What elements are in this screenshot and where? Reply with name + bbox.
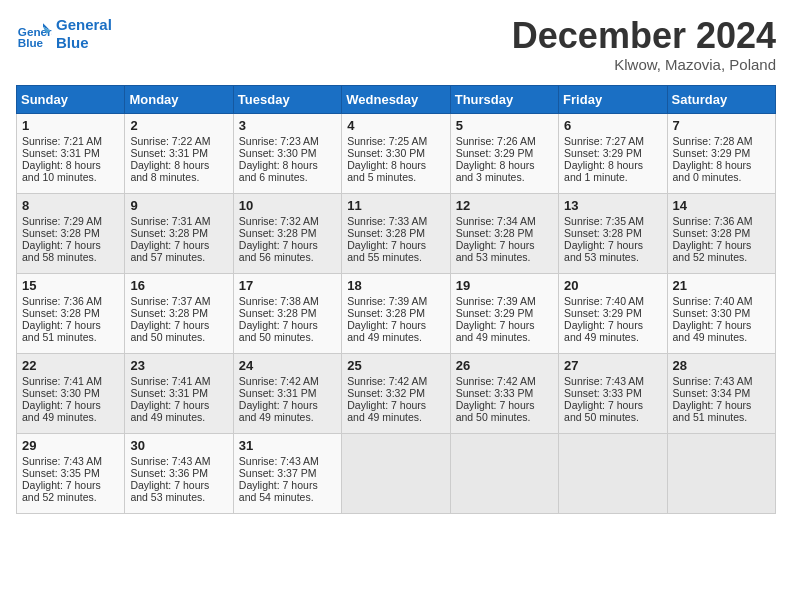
daylight: Daylight: 7 hours and 50 minutes. <box>130 319 209 343</box>
daylight: Daylight: 7 hours and 49 minutes. <box>673 319 752 343</box>
sunset: Sunset: 3:30 PM <box>673 307 751 319</box>
table-row <box>450 433 558 513</box>
day-number: 18 <box>347 278 444 293</box>
day-number: 25 <box>347 358 444 373</box>
page-header: General Blue GeneralBlue December 2024 K… <box>16 16 776 73</box>
sunset: Sunset: 3:35 PM <box>22 467 100 479</box>
sunset: Sunset: 3:28 PM <box>347 307 425 319</box>
sunrise: Sunrise: 7:28 AM <box>673 135 753 147</box>
col-tuesday: Tuesday <box>233 85 341 113</box>
table-row: 24Sunrise: 7:42 AMSunset: 3:31 PMDayligh… <box>233 353 341 433</box>
day-number: 21 <box>673 278 770 293</box>
table-row: 16Sunrise: 7:37 AMSunset: 3:28 PMDayligh… <box>125 273 233 353</box>
col-sunday: Sunday <box>17 85 125 113</box>
col-wednesday: Wednesday <box>342 85 450 113</box>
daylight: Daylight: 7 hours and 53 minutes. <box>130 479 209 503</box>
sunrise: Sunrise: 7:42 AM <box>347 375 427 387</box>
table-row: 13Sunrise: 7:35 AMSunset: 3:28 PMDayligh… <box>559 193 667 273</box>
day-number: 26 <box>456 358 553 373</box>
day-number: 5 <box>456 118 553 133</box>
sunset: Sunset: 3:33 PM <box>456 387 534 399</box>
sunrise: Sunrise: 7:38 AM <box>239 295 319 307</box>
title-block: December 2024 Klwow, Mazovia, Poland <box>512 16 776 73</box>
daylight: Daylight: 7 hours and 52 minutes. <box>673 239 752 263</box>
day-number: 28 <box>673 358 770 373</box>
day-number: 31 <box>239 438 336 453</box>
sunrise: Sunrise: 7:25 AM <box>347 135 427 147</box>
sunrise: Sunrise: 7:43 AM <box>564 375 644 387</box>
table-row: 9Sunrise: 7:31 AMSunset: 3:28 PMDaylight… <box>125 193 233 273</box>
sunrise: Sunrise: 7:34 AM <box>456 215 536 227</box>
day-number: 10 <box>239 198 336 213</box>
daylight: Daylight: 8 hours and 8 minutes. <box>130 159 209 183</box>
sunset: Sunset: 3:28 PM <box>130 307 208 319</box>
sunset: Sunset: 3:28 PM <box>564 227 642 239</box>
daylight: Daylight: 8 hours and 5 minutes. <box>347 159 426 183</box>
day-number: 27 <box>564 358 661 373</box>
sunset: Sunset: 3:28 PM <box>456 227 534 239</box>
table-row: 6Sunrise: 7:27 AMSunset: 3:29 PMDaylight… <box>559 113 667 193</box>
calendar-row: 15Sunrise: 7:36 AMSunset: 3:28 PMDayligh… <box>17 273 776 353</box>
svg-text:Blue: Blue <box>18 36 44 49</box>
table-row: 31Sunrise: 7:43 AMSunset: 3:37 PMDayligh… <box>233 433 341 513</box>
daylight: Daylight: 7 hours and 57 minutes. <box>130 239 209 263</box>
sunset: Sunset: 3:28 PM <box>239 227 317 239</box>
daylight: Daylight: 7 hours and 49 minutes. <box>130 399 209 423</box>
calendar-row: 1Sunrise: 7:21 AMSunset: 3:31 PMDaylight… <box>17 113 776 193</box>
sunset: Sunset: 3:29 PM <box>456 147 534 159</box>
daylight: Daylight: 7 hours and 50 minutes. <box>239 319 318 343</box>
calendar-body: 1Sunrise: 7:21 AMSunset: 3:31 PMDaylight… <box>17 113 776 513</box>
sunset: Sunset: 3:28 PM <box>22 307 100 319</box>
table-row: 22Sunrise: 7:41 AMSunset: 3:30 PMDayligh… <box>17 353 125 433</box>
table-row: 30Sunrise: 7:43 AMSunset: 3:36 PMDayligh… <box>125 433 233 513</box>
day-number: 13 <box>564 198 661 213</box>
daylight: Daylight: 8 hours and 0 minutes. <box>673 159 752 183</box>
sunrise: Sunrise: 7:41 AM <box>22 375 102 387</box>
day-number: 9 <box>130 198 227 213</box>
sunset: Sunset: 3:30 PM <box>239 147 317 159</box>
table-row: 19Sunrise: 7:39 AMSunset: 3:29 PMDayligh… <box>450 273 558 353</box>
table-row: 2Sunrise: 7:22 AMSunset: 3:31 PMDaylight… <box>125 113 233 193</box>
day-number: 3 <box>239 118 336 133</box>
sunrise: Sunrise: 7:36 AM <box>673 215 753 227</box>
day-number: 2 <box>130 118 227 133</box>
sunset: Sunset: 3:31 PM <box>22 147 100 159</box>
sunrise: Sunrise: 7:29 AM <box>22 215 102 227</box>
sunrise: Sunrise: 7:26 AM <box>456 135 536 147</box>
daylight: Daylight: 7 hours and 55 minutes. <box>347 239 426 263</box>
sunrise: Sunrise: 7:22 AM <box>130 135 210 147</box>
col-monday: Monday <box>125 85 233 113</box>
sunrise: Sunrise: 7:40 AM <box>673 295 753 307</box>
sunrise: Sunrise: 7:42 AM <box>456 375 536 387</box>
sunset: Sunset: 3:30 PM <box>347 147 425 159</box>
sunset: Sunset: 3:28 PM <box>130 227 208 239</box>
daylight: Daylight: 7 hours and 49 minutes. <box>456 319 535 343</box>
table-row <box>667 433 775 513</box>
table-row: 15Sunrise: 7:36 AMSunset: 3:28 PMDayligh… <box>17 273 125 353</box>
sunset: Sunset: 3:28 PM <box>22 227 100 239</box>
table-row: 27Sunrise: 7:43 AMSunset: 3:33 PMDayligh… <box>559 353 667 433</box>
daylight: Daylight: 7 hours and 49 minutes. <box>239 399 318 423</box>
header-row: Sunday Monday Tuesday Wednesday Thursday… <box>17 85 776 113</box>
day-number: 1 <box>22 118 119 133</box>
day-number: 6 <box>564 118 661 133</box>
day-number: 15 <box>22 278 119 293</box>
sunset: Sunset: 3:31 PM <box>130 387 208 399</box>
daylight: Daylight: 7 hours and 49 minutes. <box>22 399 101 423</box>
table-row: 11Sunrise: 7:33 AMSunset: 3:28 PMDayligh… <box>342 193 450 273</box>
daylight: Daylight: 7 hours and 54 minutes. <box>239 479 318 503</box>
sunset: Sunset: 3:34 PM <box>673 387 751 399</box>
logo-icon: General Blue <box>16 16 52 52</box>
day-number: 7 <box>673 118 770 133</box>
sunrise: Sunrise: 7:41 AM <box>130 375 210 387</box>
daylight: Daylight: 7 hours and 49 minutes. <box>564 319 643 343</box>
sunrise: Sunrise: 7:43 AM <box>673 375 753 387</box>
daylight: Daylight: 8 hours and 1 minute. <box>564 159 643 183</box>
day-number: 14 <box>673 198 770 213</box>
sunset: Sunset: 3:37 PM <box>239 467 317 479</box>
sunset: Sunset: 3:32 PM <box>347 387 425 399</box>
col-friday: Friday <box>559 85 667 113</box>
daylight: Daylight: 8 hours and 3 minutes. <box>456 159 535 183</box>
sunrise: Sunrise: 7:32 AM <box>239 215 319 227</box>
calendar-row: 29Sunrise: 7:43 AMSunset: 3:35 PMDayligh… <box>17 433 776 513</box>
